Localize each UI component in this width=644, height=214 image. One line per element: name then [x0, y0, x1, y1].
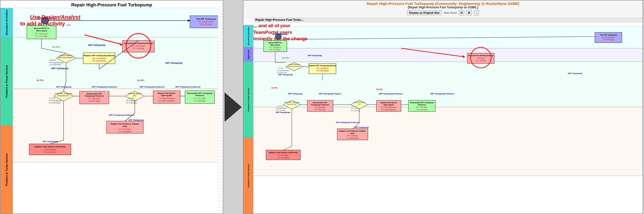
- svg-text:PT: 3.80 Shifts: PT: 3.80 Shifts: [88, 98, 100, 100]
- svg-text:Valve: Valve: [350, 132, 355, 134]
- svg-text:PT: 75.00 Minutes: PT: 75.00 Minutes: [50, 62, 64, 63]
- svg-text:Replace HPF Turbopump Bearing: Replace HPF Turbopump Bearing: [309, 65, 336, 67]
- svg-text:PT: 2.50 Days: PT: 2.50 Days: [126, 100, 137, 102]
- right-lane-approvals: Approvals: [244, 47, 253, 62]
- svg-text:CT: 6.20 Hours: CT: 6.20 Hours: [50, 64, 61, 65]
- auto-zoom-label: Auto Zoom: [444, 11, 457, 14]
- right-diagram-svg: HPF Turbopump Mount HPFTP in Work Stand …: [254, 26, 642, 214]
- svg-text:CT: 1.00 Day: CT: 1.00 Day: [133, 47, 144, 49]
- svg-text:CT: 1.50 Weeks: CT: 1.50 Weeks: [346, 137, 358, 139]
- svg-text:HPF Turbopump Preburner: HPF Turbopump Preburner: [175, 86, 200, 88]
- between-panel-arrow: [223, 0, 243, 214]
- svg-text:No 65%: No 65%: [278, 67, 284, 69]
- svg-text:Replace ASI Injector: Replace ASI Injector: [380, 102, 397, 104]
- svg-text:Yes 25%: Yes 25%: [49, 97, 56, 99]
- svg-rect-25: [151, 40, 154, 42]
- svg-text:CT: 2.80 Weeks: CT: 2.80 Weeks: [92, 60, 106, 62]
- svg-text:CT: 8.00 Days: CT: 8.00 Days: [200, 23, 212, 25]
- svg-text:4.00 Hours: 4.00 Hours: [476, 57, 485, 59]
- svg-text:Spark Igniter: Spark Igniter: [384, 104, 394, 106]
- svg-text:PT: 7.50 Hours: PT: 7.50 Hours: [270, 47, 281, 48]
- svg-text:Preburner OK?: Preburner OK?: [58, 95, 69, 97]
- svg-text:Turbopump Preburner: Turbopump Preburner: [84, 95, 104, 97]
- svg-rect-105: [254, 107, 642, 176]
- svg-text:CT: 1.30 Weeks: CT: 1.30 Weeks: [277, 157, 289, 159]
- svg-text:Document the Bearing Damage: Document the Bearing Damage: [124, 42, 153, 44]
- svg-text:HPF Turbopump Preburner: HPF Turbopump Preburner: [140, 86, 165, 88]
- svg-text:HPF Turbopump: HPF Turbopump: [128, 119, 144, 121]
- svg-text:PT: 1.30 Weeks: PT: 1.30 Weeks: [92, 57, 106, 60]
- zoom-out-icon[interactable]: ⊠: [466, 10, 472, 15]
- svg-text:HPF Turbopump: HPF Turbopump: [568, 72, 582, 74]
- diagram-title-bar: Repair High-Pressure Fuel Turbo...: [253, 18, 642, 22]
- svg-text:CT: 2.40 Weeks: CT: 2.40 Weeks: [316, 70, 329, 72]
- right-title-main: Repair High-Pressure Fuel Turbopump (Com…: [246, 1, 640, 6]
- svg-text:CT: 6.20 Hours: CT: 6.20 Hours: [277, 72, 287, 73]
- svg-rect-102: [254, 26, 642, 48]
- svg-text:PT: 8.00 Days: PT: 8.00 Days: [347, 135, 358, 137]
- svg-text:PT: 2.75 Shifts: PT: 2.75 Shifts: [416, 106, 428, 108]
- svg-text:CT: 8.00 Days: CT: 8.00 Days: [603, 39, 614, 41]
- right-title-sub: [Repair High-Pressure Fuel Turbopump on …: [246, 6, 640, 9]
- right-lane-boundary: Boundary Activities: [244, 25, 253, 47]
- svg-text:Replace ASI Injector: Replace ASI Injector: [158, 92, 176, 94]
- svg-text:No 75%: No 75%: [272, 87, 278, 89]
- zoom-fit-icon[interactable]: ⊞: [459, 10, 464, 15]
- svg-text:CT: 4.00 Days: CT: 4.00 Days: [126, 102, 137, 104]
- right-arrow-icon: [224, 92, 242, 122]
- svg-text:HPF Turbopump: HPF Turbopump: [354, 126, 369, 128]
- right-lane-pump: Problem in Pump Section: [244, 62, 253, 138]
- svg-text:Is the ASI Injector: Is the ASI Injector: [354, 101, 365, 103]
- svg-text:PT: 2.50 Days: PT: 2.50 Days: [351, 108, 360, 109]
- svg-text:CT: 1.20 Days: CT: 1.20 Days: [35, 35, 48, 37]
- svg-text:OK?: OK?: [133, 95, 136, 97]
- svg-text:Yes 25%: Yes 25%: [277, 105, 283, 107]
- svg-text:HPF Turbopump: HPF Turbopump: [278, 74, 293, 76]
- svg-text:Mount HPFTP in: Mount HPFTP in: [268, 42, 282, 44]
- svg-text:Reassemble HPF Turbopump: Reassemble HPF Turbopump: [410, 102, 434, 104]
- svg-text:HPF Turbopump Preburner: HPF Turbopump Preburner: [336, 121, 360, 124]
- right-panel: Repair High-Pressure Fuel Turbopump (Com…: [243, 0, 643, 214]
- lane-pump-label: Problem in Pump Section: [0, 37, 13, 126]
- left-diagram-svg: HPF Turbopump Mount HPFTP in Work Stand …: [13, 8, 223, 214]
- svg-text:Spark Igniter: Spark Igniter: [161, 94, 172, 97]
- svg-text:No 10%: No 10%: [137, 79, 144, 81]
- svg-text:HPF Turbopump: HPF Turbopump: [308, 54, 322, 57]
- svg-text:Preburner OK?: Preburner OK?: [287, 103, 297, 105]
- svg-text:PT: 3.80 Shifts: PT: 3.80 Shifts: [314, 106, 326, 108]
- right-annotation-line3: instantly see the change: [253, 35, 308, 42]
- svg-text:Work Stand: Work Stand: [270, 44, 280, 46]
- svg-text:CT: 200.00 Minutes: CT: 200.00 Minutes: [382, 109, 396, 111]
- svg-text:PT: 6.00 Minutes: PT: 6.00 Minutes: [276, 108, 287, 109]
- svg-text:PT: 7.50 Hours: PT: 7.50 Hours: [35, 33, 48, 35]
- svg-text:Disassemble HPF: Disassemble HPF: [313, 102, 328, 103]
- svg-text:PT: 6.10 Days: PT: 6.10 Days: [278, 154, 288, 156]
- svg-text:No 10%: No 10%: [376, 88, 383, 90]
- svg-text:CT: 1.10 Weeks: CT: 1.10 Weeks: [44, 151, 57, 153]
- swimlane-labels-right: Boundary Activities Approvals Problem in…: [244, 25, 253, 214]
- svg-text:CT: 3.00 Days: CT: 3.00 Days: [416, 109, 427, 111]
- right-lane-turbo: Problem in Turbo Section: [244, 138, 253, 214]
- svg-text:PT: 130.00 Minutes: PT: 130.00 Minutes: [382, 106, 396, 108]
- svg-text:Yes 35%: Yes 35%: [52, 46, 60, 48]
- svg-rect-58: [106, 91, 108, 92]
- svg-text:Is the HPF Turbopump: Is the HPF Turbopump: [284, 101, 300, 103]
- svg-text:Replace HPF Turbopump Bearing: Replace HPF Turbopump Bearing: [84, 54, 115, 57]
- svg-text:CT: 1.20 Days: CT: 1.20 Days: [270, 49, 280, 51]
- svg-text:Replace Fuel Preburner Oxidize: Replace Fuel Preburner Oxidizer: [339, 130, 366, 132]
- svg-text:Preburner: Preburner: [195, 94, 204, 97]
- refresh-icon[interactable]: ↑: [474, 10, 479, 15]
- svg-text:Is the Problem in: Is the Problem in: [60, 54, 73, 56]
- svg-text:PT: 6.25 Days: PT: 6.25 Days: [44, 149, 56, 151]
- svg-text:PT: 6.00 Minutes: PT: 6.00 Minutes: [49, 100, 62, 101]
- svg-text:No 65%: No 65%: [50, 59, 56, 61]
- svg-text:HPF Turbopump: HPF Turbopump: [166, 62, 182, 64]
- svg-text:Replace Turbo Section Lift-Off: Replace Turbo Section Lift-Off Seal: [34, 146, 65, 148]
- svg-text:CT: 6.00 Days: CT: 6.00 Days: [88, 100, 100, 102]
- svg-text:CT: 2.50 Hours: CT: 2.50 Hours: [276, 110, 286, 111]
- svg-text:Test HPF Turbopump: Test HPF Turbopump: [600, 34, 617, 36]
- svg-text:PT: 1.20 Weeks: PT: 1.20 Weeks: [316, 67, 329, 69]
- display-original-button[interactable]: Display as Original Size: [407, 10, 442, 15]
- right-annotation-line1: ... and all of your: [253, 22, 308, 29]
- svg-text:Is the Problem in: Is the Problem in: [288, 64, 300, 65]
